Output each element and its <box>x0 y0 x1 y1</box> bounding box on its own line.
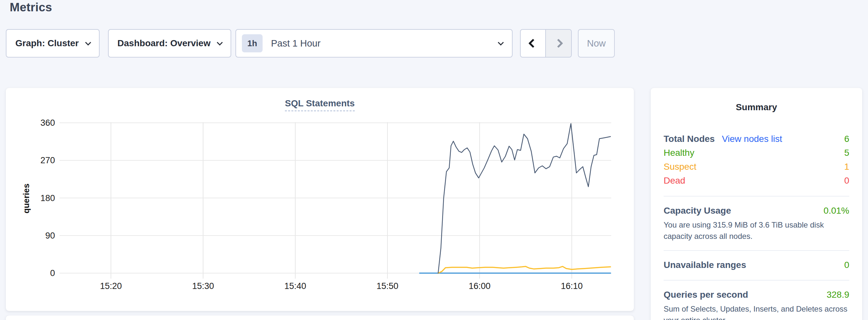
sql-statements-chart-card: SQL Statements 15:2015:3015:4015:5016:00… <box>6 88 634 311</box>
summary-title: Summary <box>663 102 849 113</box>
dead-label: Dead <box>663 173 685 188</box>
metrics-page: Metrics Graph: Cluster Dashboard: Overvi… <box>0 0 868 320</box>
unavailable-ranges-value: 0 <box>844 259 849 271</box>
suspect-nodes-row: Suspect 1 <box>663 160 849 173</box>
svg-text:360: 360 <box>40 118 55 128</box>
dashboard-dropdown[interactable]: Dashboard: Overview <box>108 29 231 58</box>
page-title: Metrics <box>10 1 52 14</box>
svg-text:15:30: 15:30 <box>192 281 214 291</box>
divider <box>663 250 849 251</box>
healthy-label: Healthy <box>663 146 694 160</box>
svg-text:270: 270 <box>40 156 55 165</box>
view-nodes-list-link[interactable]: View nodes list <box>722 132 782 146</box>
divider <box>663 196 849 196</box>
chevron-left-icon <box>528 39 537 48</box>
chevron-down-icon <box>85 39 91 45</box>
healthy-value: 5 <box>844 146 849 160</box>
unavailable-ranges-label: Unavailable ranges <box>663 259 746 271</box>
svg-text:0: 0 <box>50 268 55 278</box>
next-chart-card <box>6 316 634 320</box>
now-button[interactable]: Now <box>578 29 615 58</box>
sql-statements-chart[interactable]: 15:2015:3015:4015:5016:0016:100901802703… <box>6 88 634 311</box>
svg-text:15:40: 15:40 <box>284 281 306 291</box>
queries-per-second-value: 328.9 <box>827 288 849 301</box>
time-range-picker[interactable]: 1h Past 1 Hour <box>236 29 513 58</box>
suspect-value: 1 <box>844 160 849 173</box>
healthy-nodes-row: Healthy 5 <box>663 146 849 160</box>
queries-per-second-row: Queries per second 328.9 <box>663 288 849 301</box>
capacity-usage-description: You are using 315.9 MiB of 3.6 TiB usabl… <box>663 219 849 242</box>
total-nodes-row: Total Nodes View nodes list 6 <box>663 132 849 146</box>
dead-nodes-row: Dead 0 <box>663 173 849 188</box>
time-range-step-group <box>520 29 572 58</box>
unavailable-ranges-row: Unavailable ranges 0 <box>663 259 849 271</box>
svg-text:16:10: 16:10 <box>561 281 583 291</box>
summary-panel: Summary Total Nodes View nodes list 6 He… <box>651 88 862 320</box>
svg-text:15:50: 15:50 <box>376 281 398 291</box>
svg-text:16:00: 16:00 <box>469 281 491 291</box>
svg-text:180: 180 <box>40 193 55 203</box>
svg-text:15:20: 15:20 <box>100 281 122 291</box>
capacity-usage-row: Capacity Usage 0.01% <box>663 204 849 217</box>
chevron-right-icon <box>554 39 563 48</box>
graph-scope-label: Graph: Cluster <box>15 38 79 49</box>
dashboard-label: Dashboard: Overview <box>117 38 211 49</box>
total-nodes-label: Total Nodes <box>663 132 715 146</box>
total-nodes-value: 6 <box>844 132 849 146</box>
queries-per-second-description: Sum of Selects, Updates, Inserts, and De… <box>663 303 849 320</box>
divider <box>663 280 849 281</box>
suspect-label: Suspect <box>663 160 696 173</box>
time-range-label: Past 1 Hour <box>271 38 490 49</box>
svg-text:90: 90 <box>45 231 55 241</box>
next-time-range-button[interactable] <box>546 30 571 57</box>
time-range-badge: 1h <box>242 34 262 52</box>
queries-per-second-label: Queries per second <box>663 288 748 301</box>
prev-time-range-button[interactable] <box>521 30 546 57</box>
capacity-usage-label: Capacity Usage <box>663 204 731 217</box>
graph-scope-dropdown[interactable]: Graph: Cluster <box>6 29 100 58</box>
dead-value: 0 <box>844 173 849 188</box>
chevron-down-icon <box>498 39 503 45</box>
svg-text:queries: queries <box>21 184 31 214</box>
chevron-down-icon <box>217 39 222 45</box>
capacity-usage-value: 0.01% <box>824 204 849 217</box>
